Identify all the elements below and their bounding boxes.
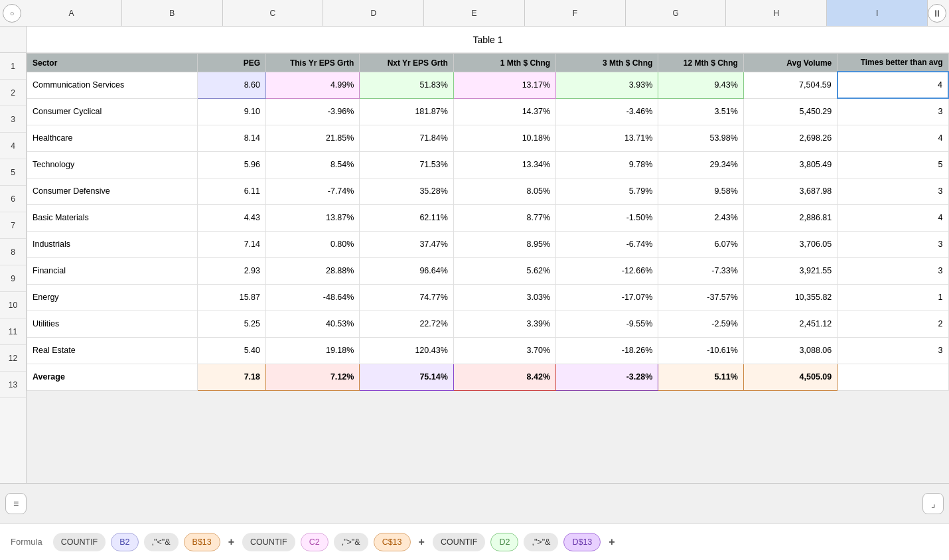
- cell-times-10[interactable]: 1: [838, 284, 948, 311]
- cell-avg-vol-8[interactable]: 3,706.05: [743, 231, 837, 257]
- cell-avg-vol-4[interactable]: 2,698.26: [743, 125, 837, 151]
- cell-nxt-yr-10[interactable]: 74.77%: [360, 284, 453, 311]
- cell-times-5[interactable]: 5: [838, 151, 948, 178]
- row-num-12[interactable]: 12: [0, 345, 26, 372]
- cell-sector-3[interactable]: Consumer Cyclical: [27, 98, 198, 125]
- cell-this-yr-2[interactable]: 4.99%: [265, 72, 359, 98]
- corner-button[interactable]: ⌟: [922, 493, 944, 514]
- cell-one-mth-10[interactable]: 3.03%: [453, 284, 555, 311]
- cell-one-mth-5[interactable]: 13.34%: [453, 151, 555, 178]
- cell-peg-4[interactable]: 8.14: [198, 125, 266, 151]
- cell-times-11[interactable]: 2: [838, 311, 948, 337]
- cell-twelve-mth-10[interactable]: -37.57%: [658, 284, 744, 311]
- header-peg[interactable]: PEG: [198, 54, 266, 72]
- cell-sector-avg[interactable]: Average: [27, 364, 198, 390]
- row-num-10[interactable]: 10: [0, 292, 26, 318]
- row-num-11[interactable]: 11: [0, 318, 26, 345]
- formula-ref-d13[interactable]: D$13: [563, 533, 601, 551]
- col-header-h[interactable]: H: [726, 0, 827, 26]
- cell-peg-10[interactable]: 15.87: [198, 284, 266, 311]
- cell-avg-vol-avg[interactable]: 4,505.09: [743, 364, 837, 390]
- cell-nxt-yr-11[interactable]: 22.72%: [360, 311, 453, 337]
- row-num-1[interactable]: 1: [0, 53, 26, 80]
- cell-sector-2[interactable]: Communication Services: [27, 72, 198, 98]
- cell-this-yr-3[interactable]: -3.96%: [265, 98, 359, 125]
- cell-avg-vol-12[interactable]: 3,088.06: [743, 337, 837, 364]
- cell-this-yr-5[interactable]: 8.54%: [265, 151, 359, 178]
- header-avg-volume[interactable]: Avg Volume: [743, 54, 837, 72]
- cell-avg-vol-3[interactable]: 5,450.29: [743, 98, 837, 125]
- formula-ref-b13[interactable]: B$13: [184, 533, 220, 551]
- col-header-d[interactable]: D: [323, 0, 424, 26]
- col-header-e[interactable]: E: [424, 0, 525, 26]
- cell-avg-vol-6[interactable]: 3,687.98: [743, 178, 837, 204]
- cell-nxt-yr-3[interactable]: 181.87%: [360, 98, 453, 125]
- cell-one-mth-8[interactable]: 8.95%: [453, 231, 555, 257]
- cell-this-yr-7[interactable]: 13.87%: [265, 204, 359, 231]
- cell-sector-6[interactable]: Consumer Defensive: [27, 178, 198, 204]
- cell-this-yr-6[interactable]: -7.74%: [265, 178, 359, 204]
- cell-twelve-mth-4[interactable]: 53.98%: [658, 125, 744, 151]
- cell-three-mth-9[interactable]: -12.66%: [556, 257, 658, 284]
- cell-one-mth-9[interactable]: 5.62%: [453, 257, 555, 284]
- cell-peg-avg[interactable]: 7.18: [198, 364, 266, 390]
- col-header-c[interactable]: C: [223, 0, 324, 26]
- row-num-3[interactable]: 3: [0, 106, 26, 133]
- cell-three-mth-2[interactable]: 3.93%: [556, 72, 658, 98]
- top-right-pause-btn[interactable]: ⏸: [928, 4, 946, 23]
- cell-twelve-mth-6[interactable]: 9.58%: [658, 178, 744, 204]
- cell-nxt-yr-5[interactable]: 71.53%: [360, 151, 453, 178]
- row-num-5[interactable]: 5: [0, 159, 26, 186]
- formula-ref-d2[interactable]: D2: [490, 533, 518, 551]
- cell-twelve-mth-8[interactable]: 6.07%: [658, 231, 744, 257]
- header-nxt-yr-eps[interactable]: Nxt Yr EPS Grth: [360, 54, 453, 72]
- cell-avg-vol-2[interactable]: 7,504.59: [743, 72, 837, 98]
- cell-peg-8[interactable]: 7.14: [198, 231, 266, 257]
- col-header-a[interactable]: A: [21, 0, 122, 26]
- cell-peg-7[interactable]: 4.43: [198, 204, 266, 231]
- cell-nxt-yr-2[interactable]: 51.83%: [360, 72, 453, 98]
- cell-three-mth-avg[interactable]: -3.28%: [556, 364, 658, 390]
- cell-peg-6[interactable]: 6.11: [198, 178, 266, 204]
- cell-avg-vol-9[interactable]: 3,921.55: [743, 257, 837, 284]
- cell-times-3[interactable]: 3: [838, 98, 948, 125]
- cell-times-avg[interactable]: [838, 364, 948, 390]
- cell-three-mth-11[interactable]: -9.55%: [556, 311, 658, 337]
- cell-twelve-mth-9[interactable]: -7.33%: [658, 257, 744, 284]
- cell-three-mth-3[interactable]: -3.46%: [556, 98, 658, 125]
- cell-one-mth-3[interactable]: 14.37%: [453, 98, 555, 125]
- cell-sector-8[interactable]: Industrials: [27, 231, 198, 257]
- row-num-7[interactable]: 7: [0, 212, 26, 239]
- cell-twelve-mth-avg[interactable]: 5.11%: [658, 364, 744, 390]
- header-three-mth[interactable]: 3 Mth $ Chng: [556, 54, 658, 72]
- cell-nxt-yr-12[interactable]: 120.43%: [360, 337, 453, 364]
- cell-nxt-yr-6[interactable]: 35.28%: [360, 178, 453, 204]
- row-num-13[interactable]: 13: [0, 372, 26, 398]
- cell-this-yr-11[interactable]: 40.53%: [265, 311, 359, 337]
- cell-times-9[interactable]: 3: [838, 257, 948, 284]
- header-times-better[interactable]: Times better than avg: [838, 54, 948, 72]
- cell-three-mth-6[interactable]: 5.79%: [556, 178, 658, 204]
- top-left-circle-btn[interactable]: ○: [3, 4, 21, 23]
- header-one-mth[interactable]: 1 Mth $ Chng: [453, 54, 555, 72]
- cell-one-mth-12[interactable]: 3.70%: [453, 337, 555, 364]
- cell-twelve-mth-7[interactable]: 2.43%: [658, 204, 744, 231]
- cell-three-mth-5[interactable]: 9.78%: [556, 151, 658, 178]
- header-twelve-mth[interactable]: 12 Mth $ Chng: [658, 54, 744, 72]
- cell-times-12[interactable]: 3: [838, 337, 948, 364]
- cell-this-yr-10[interactable]: -48.64%: [265, 284, 359, 311]
- cell-peg-9[interactable]: 2.93: [198, 257, 266, 284]
- cell-twelve-mth-3[interactable]: 3.51%: [658, 98, 744, 125]
- cell-peg-2[interactable]: 8.60: [198, 72, 266, 98]
- header-sector[interactable]: Sector: [27, 54, 198, 72]
- cell-peg-5[interactable]: 5.96: [198, 151, 266, 178]
- cell-sector-4[interactable]: Healthcare: [27, 125, 198, 151]
- cell-times-2[interactable]: 4: [838, 72, 948, 98]
- cell-one-mth-2[interactable]: 13.17%: [453, 72, 555, 98]
- col-header-b[interactable]: B: [122, 0, 223, 26]
- cell-nxt-yr-8[interactable]: 37.47%: [360, 231, 453, 257]
- cell-times-7[interactable]: 4: [838, 204, 948, 231]
- col-header-g[interactable]: G: [626, 0, 727, 26]
- cell-nxt-yr-avg[interactable]: 75.14%: [360, 364, 453, 390]
- cell-avg-vol-5[interactable]: 3,805.49: [743, 151, 837, 178]
